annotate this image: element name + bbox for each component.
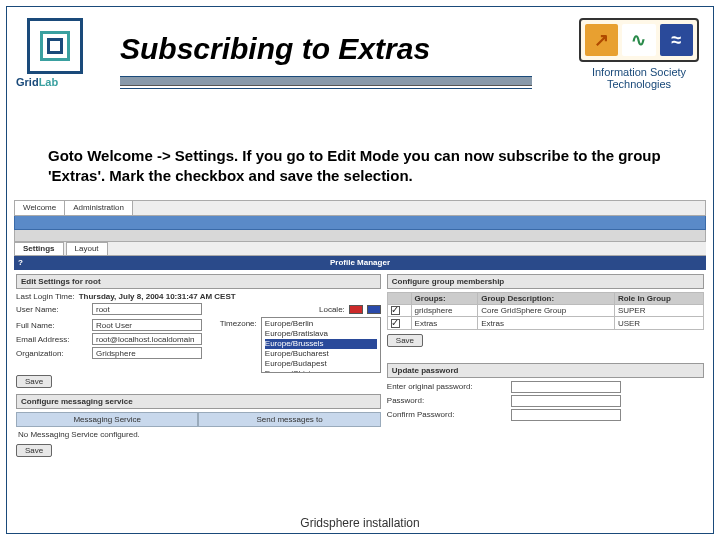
help-icon[interactable]: ? (18, 256, 23, 270)
last-login-value: Thursday, July 8, 2004 10:31:47 AM CEST (79, 292, 236, 301)
slide-footer: Gridsphere installation (0, 516, 720, 530)
locale-label: Locale: (319, 305, 345, 314)
tab-settings[interactable]: Settings (14, 242, 64, 255)
embedded-screenshot: Welcome Administration Settings Layout ?… (14, 200, 706, 496)
update-password-heading: Update password (387, 363, 704, 378)
instruction-text: Goto Welcome -> Settings. If you go to E… (48, 146, 672, 187)
inner-tabs: Settings Layout (14, 242, 706, 256)
username-label: User Name: (16, 305, 88, 314)
tab-administration[interactable]: Administration (65, 201, 133, 215)
orig-password-label: Enter original password: (387, 382, 507, 391)
gray-bar (14, 230, 706, 242)
gridlab-logo: GridLab (16, 18, 94, 88)
email-field[interactable]: root@localhost.localdomain (92, 333, 202, 345)
edit-settings-heading: Edit Settings for root (16, 274, 381, 289)
save-button[interactable]: Save (387, 334, 423, 347)
email-label: Email Address: (16, 335, 88, 344)
password-label: Password: (387, 396, 507, 405)
messaging-heading: Configure messaging service (16, 394, 381, 409)
save-button[interactable]: Save (16, 444, 52, 457)
msg-col-send: Send messages to (198, 412, 380, 427)
no-messaging-text: No Messaging Service configured. (16, 427, 381, 442)
timezone-label: Timezone: (220, 319, 257, 328)
checkbox-gridsphere[interactable] (391, 306, 400, 315)
password-field[interactable] (511, 395, 621, 407)
flag-icon[interactable] (367, 305, 381, 314)
table-row: gridsphere Core GridSphere Group SUPER (387, 305, 703, 317)
ist-logo: ↗ ∿ ≈ Information Society Technologies (574, 18, 704, 90)
org-field[interactable]: Gridsphere (92, 347, 202, 359)
outer-tabs: Welcome Administration (14, 200, 706, 216)
table-row: Extras Extras USER (387, 317, 703, 329)
title-underline (120, 76, 532, 86)
slide-title: Subscribing to Extras (120, 32, 430, 66)
confirm-password-label: Confirm Password: (387, 410, 507, 419)
org-label: Organization: (16, 349, 88, 358)
timezone-listbox[interactable]: Europe/Berlin Europe/Bratislava Europe/B… (261, 317, 381, 373)
username-field[interactable]: root (92, 303, 202, 315)
group-membership-heading: Configure group membership (387, 274, 704, 289)
checkbox-extras[interactable] (391, 319, 400, 328)
last-login-label: Last Login Time: (16, 292, 75, 301)
save-button[interactable]: Save (16, 375, 52, 388)
msg-col-service: Messaging Service (16, 412, 198, 427)
confirm-password-field[interactable] (511, 409, 621, 421)
flag-icon[interactable] (349, 305, 363, 314)
tab-welcome[interactable]: Welcome (15, 201, 65, 215)
blue-bar (14, 216, 706, 230)
fullname-field[interactable]: Root User (92, 319, 202, 331)
fullname-label: Full Name: (16, 321, 88, 330)
groups-table: Groups: Group Description: Role In Group… (387, 292, 704, 330)
tab-layout[interactable]: Layout (66, 242, 108, 255)
orig-password-field[interactable] (511, 381, 621, 393)
profile-manager-bar: ? Profile Manager (14, 256, 706, 270)
title-rule (120, 88, 532, 89)
